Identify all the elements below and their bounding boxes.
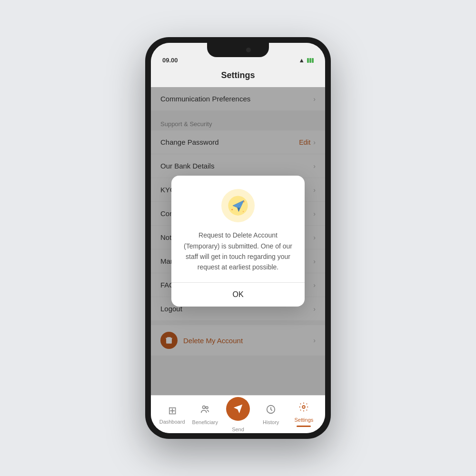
dashboard-icon: ⊞ [168,405,177,417]
nav-label-beneficiary: Beneficiary [192,419,218,425]
nav-item-settings[interactable]: Settings [288,402,320,427]
svg-point-10 [243,201,245,203]
status-bar: 09.00 ▲ [151,43,325,67]
phone-screen: 09.00 ▲ Settings Communication Preferenc… [151,43,325,433]
settings-icon [298,402,309,415]
modal-icon [221,189,255,222]
page-title: Settings [221,70,255,80]
paper-plane-icon [228,195,248,216]
camera-dot [246,48,251,52]
send-button[interactable] [226,397,250,421]
send-icon [233,404,243,414]
svg-point-15 [303,406,306,408]
svg-point-9 [231,209,233,210]
modal-ok-button[interactable]: OK [171,283,305,307]
modal-box: Request to Delete Account (Temporary) is… [171,176,305,307]
page-title-bar: Settings [151,67,325,87]
content-area: Communication Preferences › Support & Se… [151,87,325,395]
wifi-icon: ▲ [298,57,305,64]
nav-item-dashboard[interactable]: ⊞ Dashboard [156,405,188,425]
nav-item-history[interactable]: History [255,404,288,425]
nav-item-send[interactable]: Send [221,397,254,432]
nav-active-indicator [297,426,311,427]
phone-frame: 09.00 ▲ Settings Communication Preferenc… [145,37,331,439]
beneficiary-icon [200,404,210,417]
nav-label-send: Send [232,426,244,432]
nav-label-history: History [263,419,279,425]
svg-point-13 [206,407,208,409]
nav-item-beneficiary[interactable]: Beneficiary [188,404,221,425]
nav-label-settings: Settings [295,417,314,423]
modal-body: Request to Delete Account (Temporary) is… [171,176,305,282]
bottom-nav: ⊞ Dashboard Beneficiary [151,395,325,433]
nav-label-dashboard: Dashboard [159,419,185,425]
battery-icon [307,58,314,63]
modal-message: Request to Delete Account (Temporary) is… [183,230,293,273]
history-icon [266,404,276,417]
svg-point-11 [243,211,244,212]
notch [207,43,269,57]
svg-point-12 [202,406,205,408]
status-icons: ▲ [298,57,314,64]
status-time: 09.00 [162,57,178,64]
modal-overlay: Request to Delete Account (Temporary) is… [151,87,325,395]
